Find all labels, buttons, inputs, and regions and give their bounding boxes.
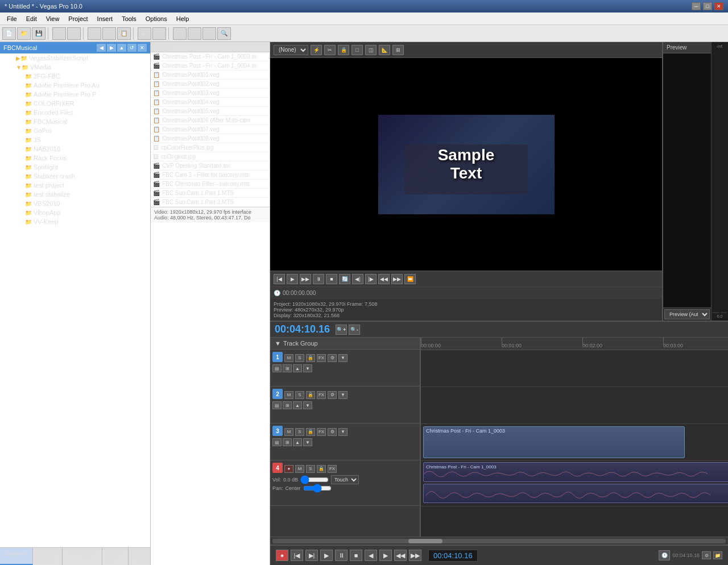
track-1-solo[interactable]: S — [295, 354, 304, 362]
track-4-clip-top[interactable]: Christmas Post - Fri - Cam 1_0003 — [423, 462, 728, 482]
tree-item-vvKeep[interactable]: 📁 VV-Keep — [0, 217, 150, 226]
maximize-button[interactable]: □ — [703, 2, 712, 10]
open-button[interactable]: 📁 — [17, 27, 31, 40]
paste-button[interactable]: 📋 — [117, 27, 131, 40]
file-item-13[interactable]: 🎬 FBC Cam 2 - Filler for balcony.mts — [151, 171, 270, 180]
preview-return-to-start[interactable]: |◀ — [274, 274, 285, 284]
play-from-start-button[interactable]: ▶| — [305, 550, 318, 561]
fast-forward-button[interactable]: ▶▶ — [409, 550, 421, 561]
tree-item-testStabalize[interactable]: 📁 test stabalize — [0, 190, 150, 199]
preview-stop[interactable]: ■ — [326, 274, 337, 284]
copy-button[interactable]: ⎘ — [102, 27, 116, 40]
tree-item-testProject[interactable]: 📁 test project — [0, 181, 150, 190]
properties-button[interactable]: ⚙ — [152, 27, 166, 40]
track-1-snap[interactable]: ⊞ — [283, 364, 292, 372]
timeline-horizontal-scrollbar[interactable] — [272, 539, 726, 543]
scrollbar-thumb[interactable] — [408, 539, 442, 543]
tree-item-encodedFiles[interactable]: 📁 Encoded Files — [0, 108, 150, 117]
file-item-11[interactable]: 🖼 cpOriginal.jpg — [151, 152, 270, 161]
track-4-mute[interactable]: M — [295, 465, 304, 473]
tree-item-spotlight[interactable]: 📁 Spotlight — [0, 163, 150, 172]
track-4-lock[interactable]: 🔒 — [317, 465, 326, 473]
explorer-refresh-button[interactable]: ↺ — [127, 44, 136, 52]
file-item-0[interactable]: 🎬 Christmas Post - Fri - Cam 1_0003.m — [151, 52, 270, 61]
tab-video-fx[interactable]: Video FX — [102, 548, 129, 565]
track-3-lock[interactable]: 🔒 — [306, 428, 315, 436]
preview-dropdown-none[interactable]: (None) — [274, 45, 308, 55]
tree-item-adobePremiere2[interactable]: 📁 Adobe Premiere Pro P — [0, 90, 150, 99]
new-button[interactable]: 📄 — [2, 27, 16, 40]
preview-btn-2[interactable]: ✂ — [324, 45, 336, 55]
step-back-button[interactable]: ◀ — [365, 550, 377, 561]
track-4-mode-select[interactable]: Touch — [331, 475, 359, 484]
track-2-expand[interactable]: ▤ — [272, 401, 282, 409]
tree-item-nab2010[interactable]: 📁 NAB2010 — [0, 144, 150, 153]
play-button[interactable]: ▶ — [320, 550, 333, 561]
tab-project-media[interactable]: Project Media — [33, 548, 63, 565]
preview-loop[interactable]: 🔄 — [339, 274, 350, 284]
explorer-forward-button[interactable]: ▶ — [107, 44, 116, 52]
file-item-2[interactable]: 📋 ChristmasPost001.veg — [151, 70, 270, 80]
preview-pause[interactable]: ⏸ — [313, 274, 324, 284]
tree-item-stablizerCrash[interactable]: 📁 Stablizer crash — [0, 172, 150, 181]
track-3-motion[interactable]: ⚙ — [328, 428, 337, 436]
track-3-solo[interactable]: S — [295, 428, 304, 436]
preview-btn-4[interactable]: □ — [351, 45, 363, 55]
file-item-3[interactable]: 📋 ChristmasPost002.veg — [151, 80, 270, 89]
tree-item-2fgfbc[interactable]: 📁 2FG-FBC — [0, 72, 150, 81]
track-4-record[interactable]: ● — [284, 465, 293, 473]
track-3-down[interactable]: ▼ — [303, 438, 312, 446]
tree-item-fbcMusical[interactable]: 📁 FBCMusical — [0, 117, 150, 126]
render-button[interactable]: ▶ — [138, 27, 151, 40]
preview-btn-5[interactable]: ◫ — [365, 45, 377, 55]
minimize-button[interactable]: ─ — [692, 2, 701, 10]
track-4-clip-bottom[interactable] — [423, 484, 728, 503]
transport-snap-icon[interactable]: 🕐 — [659, 550, 670, 560]
file-item-5[interactable]: 📋 ChristmasPost004.veg — [151, 98, 270, 107]
file-item-8[interactable]: 📋 ChristmasPost007.veg — [151, 125, 270, 134]
tree-item-js[interactable]: 📁 JS — [0, 135, 150, 144]
timeline-zoom-out[interactable]: 🔍- — [349, 325, 360, 335]
step-forward-button[interactable]: ▶ — [379, 550, 392, 561]
cut-button[interactable]: ✂ — [88, 27, 101, 40]
tree-item-vibopApp[interactable]: 📁 VibopApp — [0, 208, 150, 217]
file-item-12[interactable]: 🎬 CVP Opening Standard.avi — [151, 161, 270, 171]
tab-explorer[interactable]: Explorer — [0, 548, 33, 565]
right-preview-select[interactable]: Preview (Auto) — [664, 309, 710, 319]
preview-play-fast[interactable]: ▶▶ — [300, 274, 311, 284]
explorer-back-button[interactable]: ◀ — [97, 44, 106, 52]
track-2-snap[interactable]: ⊞ — [283, 401, 292, 409]
file-item-6[interactable]: 📋 ChristmasPost005.veg — [151, 107, 270, 116]
menu-edit[interactable]: Edit — [22, 14, 42, 23]
track-1-fx[interactable]: FX — [317, 354, 326, 362]
preview-btn-7[interactable]: ⊞ — [392, 45, 404, 55]
transport-settings[interactable]: ⚙ — [702, 551, 711, 559]
track-2-lock[interactable]: 🔒 — [306, 391, 315, 399]
pan-fader[interactable] — [303, 486, 332, 491]
tree-item-adobePremiere1[interactable]: 📁 Adobe Premiere Pro Au — [0, 81, 150, 90]
preview-rewind[interactable]: ◀◀ — [378, 274, 390, 284]
track-4-fx[interactable]: FX — [328, 465, 337, 473]
menu-help[interactable]: Help — [172, 14, 194, 23]
track-3-up[interactable]: ▲ — [293, 438, 302, 446]
menu-project[interactable]: Project — [64, 14, 92, 23]
close-button[interactable]: ✕ — [714, 2, 723, 10]
save-button[interactable]: 💾 — [32, 27, 46, 40]
track-1-expand[interactable]: ▤ — [272, 364, 282, 372]
file-item-1[interactable]: 🎬 Christmas Post - Fri - Cam 1_0004.m — [151, 61, 270, 70]
tab-transitions[interactable]: Transitions — [63, 548, 102, 565]
preview-btn-6[interactable]: 📐 — [379, 45, 390, 55]
preview-step-fwd[interactable]: |▶ — [365, 274, 377, 284]
preview-btn-3[interactable]: 🔒 — [338, 45, 349, 55]
preview-slow[interactable]: ⏩ — [404, 274, 416, 284]
track-2-composite[interactable]: ▼ — [338, 391, 348, 399]
vol-fader[interactable] — [300, 477, 329, 482]
track-2-motion[interactable]: ⚙ — [328, 391, 337, 399]
track-2-down[interactable]: ▼ — [303, 401, 312, 409]
envelope-tool[interactable]: 〰 — [188, 27, 201, 40]
track-3-fx[interactable]: FX — [317, 428, 326, 436]
track-3-expand[interactable]: ▤ — [272, 438, 282, 446]
menu-file[interactable]: File — [2, 14, 22, 23]
file-item-9[interactable]: 📋 ChristmasPost008.veg — [151, 134, 270, 143]
redo-button[interactable]: ↪ — [67, 27, 81, 40]
